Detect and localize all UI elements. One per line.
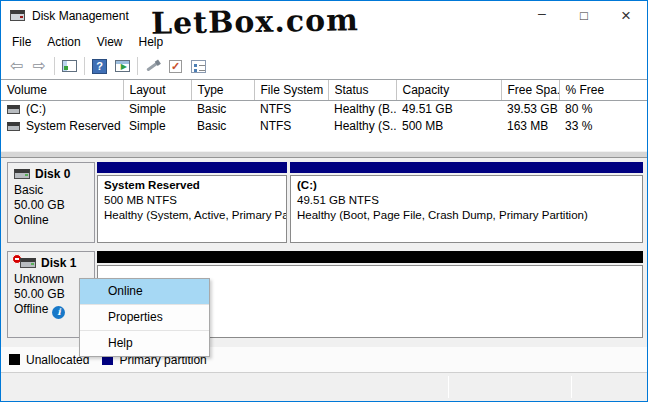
close-icon: × [621, 6, 631, 26]
list-icon [191, 60, 206, 73]
partition-health: Healthy (Boot, Page File, Crash Dump, Pr… [297, 208, 642, 223]
maximize-button[interactable]: □ [563, 1, 605, 30]
cell-pct-free: 80 % [559, 100, 647, 117]
forward-button[interactable]: ⇨ [28, 55, 51, 77]
col-type[interactable]: Type [191, 80, 254, 100]
col-capacity[interactable]: Capacity [396, 80, 501, 100]
disk0-type: Basic [14, 183, 90, 198]
volume-row-system-reserved[interactable]: System Reserved Simple Basic NTFS Health… [1, 117, 647, 134]
status-bar-divider [448, 376, 449, 398]
status-bar [1, 373, 647, 401]
minimize-button[interactable]: – [521, 1, 563, 30]
disk0-name: Disk 0 [35, 167, 70, 181]
cell-capacity: 49.51 GB [396, 100, 501, 117]
console-tree-button[interactable] [58, 55, 81, 77]
help-icon: ? [92, 59, 107, 74]
disk-icon [20, 258, 36, 268]
col-free-space[interactable]: Free Spa... [501, 80, 559, 100]
disk1-name: Disk 1 [41, 256, 76, 270]
tool-icon [146, 61, 158, 71]
refresh-tool-button[interactable] [141, 55, 164, 77]
volume-icon [7, 122, 20, 131]
disk0-row: Disk 0 Basic 50.00 GB Online System Rese… [7, 162, 643, 243]
cell-pct-free: 33 % [559, 117, 647, 134]
col-layout[interactable]: Layout [123, 80, 191, 100]
cell-free-space: 163 MB [501, 117, 559, 134]
cell-layout: Simple [123, 117, 191, 134]
primary-partition-strip [290, 162, 643, 173]
col-pct-free[interactable]: % Free [559, 80, 647, 100]
cell-layout: Simple [123, 100, 191, 117]
unallocated-swatch [9, 354, 20, 365]
check-disk-button[interactable]: ✓ [164, 55, 187, 77]
cell-type: Basic [191, 100, 254, 117]
disk1-status: Offline [14, 302, 48, 316]
cell-type: Basic [191, 117, 254, 134]
volume-icon [7, 105, 20, 114]
volume-list-header: Volume Layout Type File System Status Ca… [1, 80, 647, 100]
menu-view[interactable]: View [89, 32, 131, 52]
disk0-partitions: System Reserved 500 MB NTFS Healthy (Sys… [97, 162, 643, 243]
action-pane-button[interactable]: ▶ [111, 55, 134, 77]
primary-partition-strip [97, 162, 287, 173]
console-tree-icon [62, 60, 77, 72]
status-bar-divider [571, 376, 572, 398]
cell-free-space: 39.53 GB [501, 100, 559, 117]
cell-file-system: NTFS [254, 100, 328, 117]
action-pane-icon: ▶ [115, 60, 130, 72]
context-menu: Online Properties Help [79, 278, 210, 357]
cell-status: Healthy (B... [328, 100, 396, 117]
partition-system-reserved[interactable]: System Reserved 500 MB NTFS Healthy (Sys… [97, 162, 287, 243]
minimize-icon: – [538, 5, 546, 21]
col-volume[interactable]: Volume [1, 80, 123, 100]
play-icon: ▶ [121, 63, 127, 71]
pane-splitter[interactable] [1, 151, 647, 158]
window-controls: – □ × [521, 1, 647, 30]
check-icon: ✓ [169, 60, 182, 73]
context-menu-properties[interactable]: Properties [80, 305, 209, 330]
disk-management-app-icon [10, 10, 25, 21]
cell-status: Healthy (S... [328, 117, 396, 134]
forward-arrow-icon: ⇨ [33, 58, 46, 74]
close-button[interactable]: × [605, 1, 647, 30]
partition-size: 500 MB NTFS [104, 193, 286, 208]
context-menu-online[interactable]: Online [80, 279, 209, 304]
back-arrow-icon: ⇦ [10, 58, 23, 74]
disk0-size: 50.00 GB [14, 198, 90, 213]
disk0-label[interactable]: Disk 0 Basic 50.00 GB Online [7, 162, 95, 243]
context-menu-help[interactable]: Help [80, 331, 209, 356]
toolbar-separator [84, 57, 85, 75]
volume-row-c[interactable]: (C:) Simple Basic NTFS Healthy (B... 49.… [1, 100, 647, 117]
window-title: Disk Management [32, 9, 129, 23]
volume-name: (C:) [26, 102, 46, 116]
volume-name: System Reserved [26, 119, 121, 133]
maximize-icon: □ [580, 8, 588, 23]
watermark: LetBox.com [151, 2, 359, 41]
partition-name: System Reserved [104, 178, 286, 193]
partition-name: (C:) [297, 178, 642, 193]
toolbar: ⇦ ⇨ ? ▶ ✓ [1, 53, 647, 79]
back-button[interactable]: ⇦ [5, 55, 28, 77]
partition-health: Healthy (System, Active, Primary Part [104, 208, 286, 223]
help-button[interactable]: ? [88, 55, 111, 77]
disk-icon [14, 169, 30, 179]
menu-file[interactable]: File [4, 32, 39, 52]
cell-file-system: NTFS [254, 117, 328, 134]
unallocated-strip [97, 251, 643, 263]
menu-action[interactable]: Action [39, 32, 88, 52]
volume-list: Volume Layout Type File System Status Ca… [1, 79, 647, 151]
toolbar-separator [54, 57, 55, 75]
properties-list-button[interactable] [187, 55, 210, 77]
toolbar-separator [137, 57, 138, 75]
col-status[interactable]: Status [328, 80, 396, 100]
cell-capacity: 500 MB [396, 117, 501, 134]
partition-size: 49.51 GB NTFS [297, 193, 642, 208]
col-file-system[interactable]: File System [254, 80, 328, 100]
partition-c[interactable]: (C:) 49.51 GB NTFS Healthy (Boot, Page F… [290, 162, 643, 243]
disk-management-window: Disk Management – □ × LetBox.com File Ac… [0, 0, 648, 402]
disk0-status: Online [14, 213, 90, 228]
info-icon[interactable]: i [52, 306, 65, 319]
